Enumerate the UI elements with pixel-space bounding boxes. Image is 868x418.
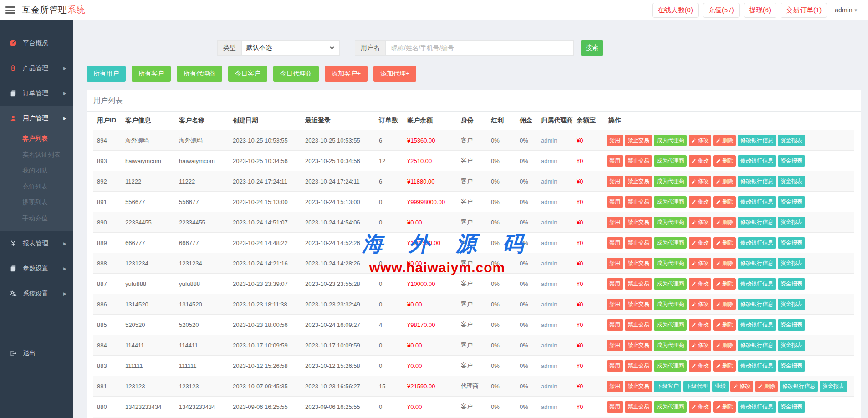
sidebar-item-products[interactable]: 产品管理▶ bbox=[0, 56, 73, 81]
online-users-button[interactable]: 在线人数(0) bbox=[652, 3, 699, 18]
disable-button[interactable]: 禁用 bbox=[607, 299, 623, 310]
delete-button[interactable]: 删除 bbox=[713, 135, 736, 146]
fund-report-button[interactable]: 资金报表 bbox=[820, 381, 847, 392]
add-customer-button[interactable]: 添加客户+ bbox=[325, 66, 368, 82]
fund-report-button[interactable]: 资金报表 bbox=[778, 340, 805, 351]
agent-link[interactable]: admin bbox=[541, 362, 557, 369]
sub-customers-button[interactable]: 下级客户 bbox=[654, 381, 681, 392]
agent-link[interactable]: admin bbox=[541, 158, 557, 164]
make-agent-button[interactable]: 成为代理商 bbox=[654, 155, 687, 167]
edit-bank-button[interactable]: 修改银行信息 bbox=[738, 176, 776, 187]
add-agent-button[interactable]: 添加代理+ bbox=[373, 66, 416, 82]
edit-bank-button[interactable]: 修改银行信息 bbox=[738, 360, 776, 372]
forbid-trade-button[interactable]: 禁止交易 bbox=[625, 299, 652, 310]
sidebar-subitem-manual-recharge[interactable]: 手动充值 bbox=[0, 210, 73, 226]
make-agent-button[interactable]: 成为代理商 bbox=[654, 278, 687, 290]
edit-button[interactable]: 修改 bbox=[689, 135, 711, 146]
agent-link[interactable]: admin bbox=[541, 199, 557, 205]
sidebar-item-dashboard[interactable]: 平台概况 bbox=[0, 31, 73, 56]
agent-link[interactable]: admin bbox=[541, 383, 557, 390]
disable-button[interactable]: 禁用 bbox=[607, 340, 623, 351]
edit-bank-button[interactable]: 修改银行信息 bbox=[738, 299, 776, 310]
delete-button[interactable]: 删除 bbox=[755, 381, 778, 392]
edit-bank-button[interactable]: 修改银行信息 bbox=[738, 196, 776, 208]
disable-button[interactable]: 禁用 bbox=[607, 155, 623, 167]
today-agents-button[interactable]: 今日代理商 bbox=[273, 66, 319, 82]
performance-button[interactable]: 业绩 bbox=[712, 381, 729, 392]
edit-bank-button[interactable]: 修改银行信息 bbox=[738, 401, 776, 413]
sidebar-item-reports[interactable]: 报表管理▶ bbox=[0, 231, 73, 256]
disable-button[interactable]: 禁用 bbox=[607, 401, 623, 413]
agent-link[interactable]: admin bbox=[541, 301, 557, 308]
username-input[interactable] bbox=[385, 40, 574, 56]
fund-report-button[interactable]: 资金报表 bbox=[778, 401, 805, 413]
delete-button[interactable]: 删除 bbox=[713, 299, 736, 310]
forbid-trade-button[interactable]: 禁止交易 bbox=[625, 155, 652, 167]
agent-link[interactable]: admin bbox=[541, 342, 557, 349]
edit-bank-button[interactable]: 修改银行信息 bbox=[738, 319, 776, 331]
sidebar-subitem-customer-list[interactable]: 客户列表 bbox=[0, 131, 73, 147]
edit-button[interactable]: 修改 bbox=[689, 217, 711, 228]
make-agent-button[interactable]: 成为代理商 bbox=[654, 237, 687, 249]
edit-button[interactable]: 修改 bbox=[689, 360, 711, 372]
delete-button[interactable]: 删除 bbox=[713, 278, 736, 290]
make-agent-button[interactable]: 成为代理商 bbox=[654, 217, 687, 228]
edit-button[interactable]: 修改 bbox=[689, 340, 711, 351]
disable-button[interactable]: 禁用 bbox=[607, 381, 623, 392]
edit-button[interactable]: 修改 bbox=[730, 381, 753, 392]
agent-link[interactable]: admin bbox=[541, 403, 557, 410]
sidebar-item-params[interactable]: 参数设置▶ bbox=[0, 256, 73, 281]
agent-link[interactable]: admin bbox=[541, 219, 557, 226]
delete-button[interactable]: 删除 bbox=[713, 155, 736, 167]
edit-bank-button[interactable]: 修改银行信息 bbox=[738, 258, 776, 269]
fund-report-button[interactable]: 资金报表 bbox=[778, 258, 805, 269]
forbid-trade-button[interactable]: 禁止交易 bbox=[625, 176, 652, 187]
edit-button[interactable]: 修改 bbox=[689, 176, 711, 187]
delete-button[interactable]: 删除 bbox=[713, 340, 736, 351]
fund-report-button[interactable]: 资金报表 bbox=[778, 176, 805, 187]
all-agents-button[interactable]: 所有代理商 bbox=[177, 66, 222, 82]
fund-report-button[interactable]: 资金报表 bbox=[778, 196, 805, 208]
fund-report-button[interactable]: 资金报表 bbox=[778, 319, 805, 331]
disable-button[interactable]: 禁用 bbox=[607, 319, 623, 331]
sidebar-item-system[interactable]: 系统设置▶ bbox=[0, 281, 73, 306]
delete-button[interactable]: 删除 bbox=[713, 360, 736, 372]
sidebar-item-orders[interactable]: 订单管理▶ bbox=[0, 81, 73, 106]
forbid-trade-button[interactable]: 禁止交易 bbox=[625, 258, 652, 269]
forbid-trade-button[interactable]: 禁止交易 bbox=[625, 196, 652, 208]
edit-bank-button[interactable]: 修改银行信息 bbox=[738, 278, 776, 290]
sidebar-subitem-withdraw-list[interactable]: 提现列表 bbox=[0, 194, 73, 210]
make-agent-button[interactable]: 成为代理商 bbox=[654, 258, 687, 269]
type-select[interactable]: 默认不选 bbox=[241, 40, 340, 56]
forbid-trade-button[interactable]: 禁止交易 bbox=[625, 278, 652, 290]
edit-button[interactable]: 修改 bbox=[689, 237, 711, 249]
agent-link[interactable]: admin bbox=[541, 137, 557, 144]
agent-link[interactable]: admin bbox=[541, 240, 557, 246]
delete-button[interactable]: 删除 bbox=[713, 237, 736, 249]
edit-button[interactable]: 修改 bbox=[689, 299, 711, 310]
edit-bank-button[interactable]: 修改银行信息 bbox=[738, 217, 776, 228]
trade-orders-button[interactable]: 交易订单(1) bbox=[781, 3, 827, 18]
make-agent-button[interactable]: 成为代理商 bbox=[654, 401, 687, 413]
make-agent-button[interactable]: 成为代理商 bbox=[654, 135, 687, 146]
disable-button[interactable]: 禁用 bbox=[607, 217, 623, 228]
all-customers-button[interactable]: 所有客户 bbox=[132, 66, 171, 82]
fund-report-button[interactable]: 资金报表 bbox=[778, 299, 805, 310]
edit-button[interactable]: 修改 bbox=[689, 401, 711, 413]
edit-bank-button[interactable]: 修改银行信息 bbox=[738, 340, 776, 351]
sidebar-subitem-recharge-list[interactable]: 充值列表 bbox=[0, 178, 73, 194]
disable-button[interactable]: 禁用 bbox=[607, 278, 623, 290]
recharge-button[interactable]: 充值(57) bbox=[703, 3, 740, 18]
edit-button[interactable]: 修改 bbox=[689, 258, 711, 269]
edit-button[interactable]: 修改 bbox=[689, 319, 711, 331]
delete-button[interactable]: 删除 bbox=[713, 258, 736, 269]
disable-button[interactable]: 禁用 bbox=[607, 360, 623, 372]
delete-button[interactable]: 删除 bbox=[713, 217, 736, 228]
delete-button[interactable]: 删除 bbox=[713, 196, 736, 208]
forbid-trade-button[interactable]: 禁止交易 bbox=[625, 319, 652, 331]
fund-report-button[interactable]: 资金报表 bbox=[778, 237, 805, 249]
fund-report-button[interactable]: 资金报表 bbox=[778, 135, 805, 146]
fund-report-button[interactable]: 资金报表 bbox=[778, 278, 805, 290]
make-agent-button[interactable]: 成为代理商 bbox=[654, 319, 687, 331]
make-agent-button[interactable]: 成为代理商 bbox=[654, 196, 687, 208]
